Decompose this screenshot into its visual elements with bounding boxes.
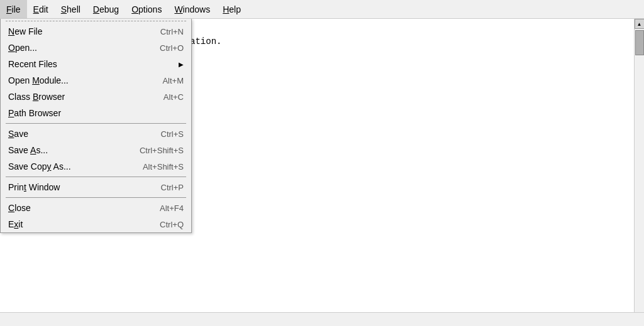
menu-item-recent-files[interactable]: Recent Files ▶ [1,56,191,72]
exit-shortcut: Ctrl+Q [160,220,184,229]
open-shortcut: Ctrl+O [160,43,184,53]
menu-item-open-module[interactable]: Open Module... Alt+M [1,72,191,89]
class-browser-shortcut: Alt+C [164,92,184,102]
menubar: File Edit Shell Debug Options Windows He… [0,0,644,19]
menu-item-exit[interactable]: Exit Ctrl+Q [1,216,191,232]
menu-item-close[interactable]: Close Alt+F4 [1,200,191,216]
open-module-label: Open Module... [8,75,150,85]
close-label: Close [8,203,147,213]
menu-help[interactable]: Help [216,0,247,18]
save-copy-as-label: Save Copy As... [8,161,130,171]
menu-file-label: File [6,4,21,14]
menu-edit[interactable]: Edit [27,0,55,18]
open-label: Open... [8,43,147,53]
path-browser-label: Path Browser [8,108,171,118]
menu-item-class-browser[interactable]: Class Browser Alt+C [1,89,191,105]
menu-debug[interactable]: Debug [87,0,125,18]
save-copy-as-shortcut: Alt+Shift+S [143,162,184,171]
recent-files-arrow: ▶ [179,61,184,68]
print-window-shortcut: Ctrl+P [161,183,184,192]
new-file-label: New File [8,26,148,36]
menu-edit-label: Edit [33,4,48,14]
recent-files-label: Recent Files [8,59,176,69]
menu-file[interactable]: File [0,0,27,18]
statusbar [0,312,644,326]
menu-help-label: Help [223,4,241,14]
file-dropdown-menu: New File Ctrl+N Open... Ctrl+O Recent Fi… [0,19,192,233]
separator-3 [6,197,186,198]
menu-shell[interactable]: Shell [55,0,87,18]
save-as-shortcut: Ctrl+Shift+S [140,146,184,155]
save-as-label: Save As... [8,145,127,155]
menu-options-label: Options [131,4,162,14]
close-shortcut: Alt+F4 [160,204,184,213]
menu-top-separator [6,21,186,21]
scrollbar: ▲ [634,19,644,326]
print-window-label: Print Window [8,182,148,192]
save-shortcut: Ctrl+S [161,129,184,139]
menu-item-print-window[interactable]: Print Window Ctrl+P [1,179,191,195]
menu-item-save-as[interactable]: Save As... Ctrl+Shift+S [1,142,191,158]
menu-item-save-copy-as[interactable]: Save Copy As... Alt+Shift+S [1,158,191,175]
open-module-shortcut: Alt+M [162,76,184,85]
menu-windows[interactable]: Windows [168,0,216,18]
menu-item-path-browser[interactable]: Path Browser [1,105,191,121]
class-browser-label: Class Browser [8,92,151,102]
menu-item-new-file[interactable]: New File Ctrl+N [1,23,191,40]
menu-shell-label: Shell [61,4,80,14]
menu-windows-label: Windows [174,4,210,14]
exit-label: Exit [8,219,147,229]
new-file-shortcut: Ctrl+N [160,27,184,36]
menu-debug-label: Debug [93,4,119,14]
menu-options[interactable]: Options [125,0,168,18]
scroll-thumb[interactable] [635,30,644,55]
menu-item-open[interactable]: Open... Ctrl+O [1,40,191,56]
menu-item-save[interactable]: Save Ctrl+S [1,126,191,142]
scroll-up-arrow[interactable]: ▲ [635,19,645,29]
separator-1 [6,123,186,124]
separator-2 [6,177,186,177]
save-label: Save [8,129,148,139]
